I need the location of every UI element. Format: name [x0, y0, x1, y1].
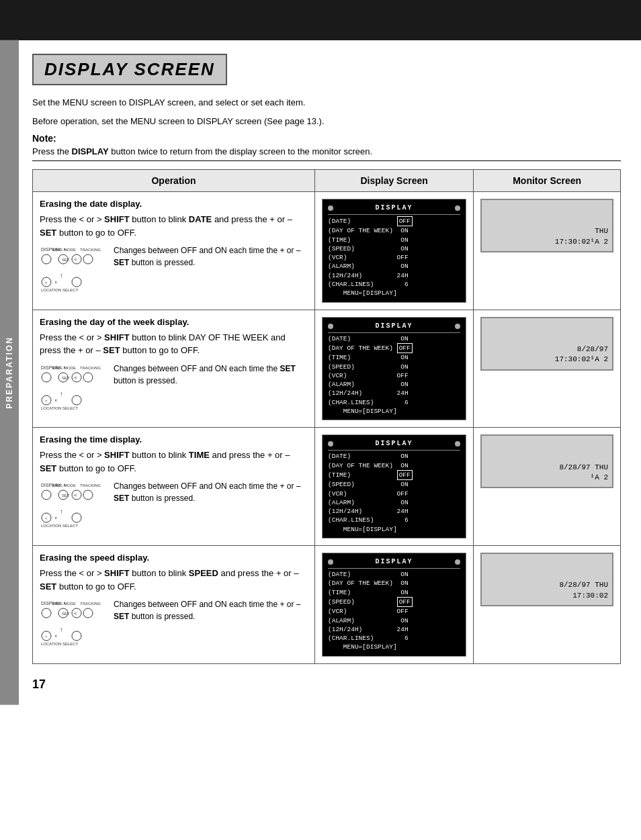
svg-text:SET: SET: [62, 612, 70, 616]
preparation-sidebar: PREPARATION: [0, 40, 19, 705]
svg-text:↑: ↑: [60, 272, 63, 279]
svg-text:↑: ↑: [60, 508, 63, 515]
svg-text:<: <: [74, 375, 77, 381]
svg-text:∨: ∨: [52, 601, 54, 605]
display-line-2-7: (CHAR.LINES) 6: [328, 516, 460, 524]
row-desc-3: Press the < or > SHIFT button to blink S…: [40, 567, 308, 593]
display-dot-left-0: [328, 205, 333, 211]
display-line-0-3: (SPEED) ON: [328, 244, 460, 253]
svg-text:TRACKING: TRACKING: [80, 483, 101, 487]
display-cell-1: DISPLAY(DATE) ON(DAY OF THE WEEK) OFF(TI…: [315, 310, 474, 428]
svg-text:TRACKING: TRACKING: [80, 366, 101, 370]
monitor-text-0: THU17:30:02¹A 2: [555, 226, 608, 247]
diagram-box-2: DISPLAY TIME MODE ∨ ∧ SET < TRACKING ↑: [40, 480, 107, 530]
operation-cell-3: Erasing the speed display.Press the < or…: [33, 546, 315, 664]
row-title-1: Erasing the day of the week display.: [40, 317, 308, 327]
display-line-1-8: MENU=[DISPLAY]: [328, 407, 460, 416]
display-line-2-6: (12H/24H) 24H: [328, 507, 460, 516]
monitor-cell-2: 8/28/97 THU¹A 2: [474, 428, 621, 546]
row-desc-1: Press the < or > SHIFT button to blink D…: [40, 331, 308, 357]
svg-text:<: <: [74, 610, 77, 616]
display-cell-0: DISPLAY(DATE) OFF(DAY OF THE WEEK) ON(TI…: [315, 192, 474, 310]
svg-text:LOCATION SELECT: LOCATION SELECT: [41, 524, 79, 528]
display-line-1-0: (DATE) ON: [328, 334, 460, 343]
display-line-0-2: (TIME) ON: [328, 236, 460, 244]
svg-text:SET: SET: [62, 258, 70, 262]
top-bar: [0, 0, 641, 40]
monitor-text-1: 8/28/9717:30:02¹A 2: [555, 344, 608, 365]
svg-text:TRACKING: TRACKING: [80, 248, 101, 252]
display-line-0-4: (VCR) OFF: [328, 253, 460, 262]
op-inner-2: DISPLAY TIME MODE ∨ ∧ SET < TRACKING ↑: [40, 480, 308, 530]
operation-cell-1: Erasing the day of the week display.Pres…: [33, 310, 315, 428]
svg-text:∧: ∧: [63, 365, 66, 369]
svg-text:↑: ↑: [60, 390, 63, 398]
display-screen-header-2: DISPLAY: [328, 439, 460, 451]
display-line-3-8: MENU=[DISPLAY]: [328, 643, 460, 651]
svg-point-52: [42, 608, 51, 618]
display-screen-box-1: DISPLAY(DATE) ON(DAY OF THE WEEK) OFF(TI…: [322, 317, 466, 421]
display-line-1-1: (DAY OF THE WEEK) OFF: [328, 343, 460, 353]
operation-cell-0: Erasing the date display.Press the < or …: [33, 192, 315, 310]
svg-point-18: [42, 373, 51, 382]
display-screen-header-3: DISPLAY: [328, 557, 460, 569]
intro-line2: Before operation, set the MENU screen to…: [32, 115, 621, 128]
intro-line1: Set the MENU screen to DISPLAY screen, a…: [32, 96, 621, 109]
display-dot-right-0: [455, 205, 460, 211]
display-line-0-5: (ALARM) ON: [328, 262, 460, 271]
diagram-svg-1: DISPLAY TIME MODE ∨ ∧ SET < TRACKING ↑: [40, 363, 107, 411]
display-line-1-2: (TIME) ON: [328, 353, 460, 362]
monitor-screen-box-0: THU17:30:02¹A 2: [480, 199, 613, 252]
display-line-1-7: (CHAR.LINES) 6: [328, 398, 460, 407]
display-line-3-2: (TIME) ON: [328, 588, 460, 597]
highlight-3-3: OFF: [397, 597, 413, 607]
svg-text:SET: SET: [62, 376, 70, 380]
svg-point-27: [83, 373, 93, 382]
main-table: Operation Display Screen Monitor Screen …: [32, 169, 621, 664]
monitor-text-3: 8/28/97 THU17:30:02: [559, 580, 608, 601]
col-header-monitor: Monitor Screen: [474, 170, 621, 192]
table-row: Erasing the date display.Press the < or …: [33, 192, 621, 310]
display-line-3-3: (SPEED) OFF: [328, 597, 460, 607]
col-header-operation: Operation: [33, 170, 315, 192]
svg-point-35: [42, 490, 51, 500]
svg-text:∨: ∨: [52, 365, 54, 369]
op-inner-3: DISPLAY TIME MODE ∨ ∧ SET < TRACKING ↑: [40, 598, 308, 649]
display-line-0-0: (DATE) OFF: [328, 216, 460, 226]
display-dot-right-2: [455, 441, 460, 447]
display-line-1-4: (VCR) OFF: [328, 371, 460, 380]
svg-text:<: <: [74, 256, 77, 263]
note-text: Press the DISPLAY button twice to return…: [32, 146, 621, 156]
display-dot-left-2: [328, 441, 333, 447]
display-title-text-2: DISPLAY: [376, 439, 413, 449]
page-number: 17: [32, 678, 621, 692]
note-label: Note:: [32, 133, 621, 144]
change-desc-1: Changes between OFF and ON each time the…: [114, 363, 308, 387]
op-inner-1: DISPLAY TIME MODE ∨ ∧ SET < TRACKING ↑: [40, 363, 308, 413]
display-line-3-5: (ALARM) ON: [328, 616, 460, 625]
display-line-0-1: (DAY OF THE WEEK) ON: [328, 226, 460, 235]
svg-text:<: <: [45, 516, 48, 520]
svg-text:∧: ∧: [63, 483, 66, 487]
svg-text:<: <: [45, 399, 48, 403]
monitor-screen-box-1: 8/28/9717:30:02¹A 2: [480, 317, 613, 371]
diagram-box-0: DISPLAY TIME MODE ∨ ∧ SET < TRACKING ↑: [40, 244, 107, 295]
svg-text:∨: ∨: [52, 247, 54, 251]
display-dot-right-3: [455, 559, 460, 565]
display-dot-left-1: [328, 324, 333, 329]
change-desc-2: Changes between OFF and ON each time the…: [114, 480, 308, 504]
change-desc-0: Changes between OFF and ON each time the…: [114, 244, 308, 269]
monitor-cell-3: 8/28/97 THU17:30:02: [474, 546, 621, 664]
svg-text:∧: ∧: [63, 601, 66, 605]
svg-text:LOCATION SELECT: LOCATION SELECT: [41, 288, 79, 292]
svg-point-44: [83, 490, 93, 500]
svg-text:LOCATION SELECT: LOCATION SELECT: [41, 406, 79, 410]
note-text-after: button twice to return from the display …: [109, 146, 372, 156]
row-desc-2: Press the < or > SHIFT button to blink T…: [40, 449, 308, 475]
svg-point-66: [72, 631, 81, 641]
monitor-cell-0: THU17:30:02¹A 2: [474, 192, 621, 310]
svg-text:∨: ∨: [54, 516, 57, 520]
table-row: Erasing the day of the week display.Pres…: [33, 310, 621, 428]
note-bold-word: DISPLAY: [72, 146, 109, 156]
operation-cell-2: Erasing the time display.Press the < or …: [33, 428, 315, 546]
